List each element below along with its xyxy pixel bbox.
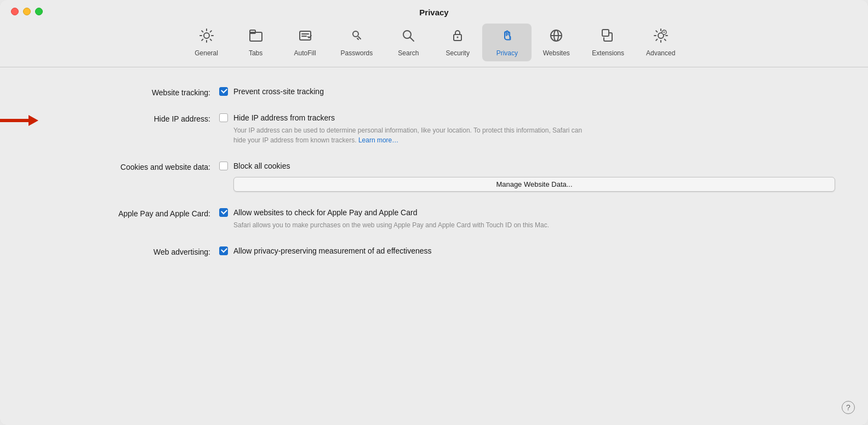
web-advertising-checkbox-row: Allow privacy-preserving measurement of …	[219, 246, 835, 255]
minimize-button[interactable]	[23, 8, 31, 15]
apple-pay-row: Apple Pay and Apple Card: Allow websites…	[33, 208, 835, 230]
web-advertising-control: Allow privacy-preserving measurement of …	[219, 246, 835, 255]
close-button[interactable]	[11, 8, 19, 15]
manage-website-data-button[interactable]: Manage Website Data...	[233, 177, 835, 192]
web-advertising-checkbox-label[interactable]: Allow privacy-preserving measurement of …	[233, 246, 432, 255]
tab-passwords-label: Passwords	[341, 49, 373, 57]
tab-extensions-label: Extensions	[592, 49, 624, 57]
cookies-label: Cookies and website data:	[33, 162, 219, 171]
scrollbar-track[interactable]	[865, 88, 868, 425]
hide-ip-checkbox-row: Hide IP address from trackers	[219, 113, 835, 122]
apple-pay-control: Allow websites to check for Apple Pay an…	[219, 208, 835, 230]
website-tracking-label: Website tracking:	[33, 87, 219, 97]
toolbar: General Tabs AutoFill	[0, 17, 868, 61]
hide-ip-control: Hide IP address from trackers Your IP ad…	[219, 113, 835, 145]
maximize-button[interactable]	[35, 8, 43, 15]
help-button[interactable]: ?	[842, 401, 855, 414]
svg-point-0	[204, 33, 209, 38]
apple-pay-label: Apple Pay and Apple Card:	[33, 208, 219, 218]
hide-ip-learn-more[interactable]: Learn more…	[358, 136, 398, 144]
websites-icon	[549, 28, 564, 47]
autofill-icon	[298, 28, 313, 47]
website-tracking-checkbox-label[interactable]: Prevent cross-site tracking	[233, 87, 324, 96]
cookies-control: Block all cookies Manage Website Data...	[219, 162, 835, 192]
tab-advanced-label: Advanced	[646, 49, 675, 57]
tab-general-label: General	[195, 49, 218, 57]
red-arrow-svg	[0, 112, 38, 129]
tab-privacy[interactable]: Privacy	[482, 24, 532, 61]
privacy-icon	[499, 28, 515, 47]
hide-ip-row: Hide IP address: Hide IP address from tr…	[33, 113, 835, 145]
security-icon	[450, 28, 465, 47]
svg-rect-15	[602, 30, 609, 36]
hide-ip-label: Hide IP address:	[33, 113, 219, 123]
tab-websites[interactable]: Websites	[532, 24, 581, 61]
tab-extensions[interactable]: Extensions	[581, 24, 635, 61]
tab-general[interactable]: General	[182, 24, 231, 61]
website-tracking-checkbox-row: Prevent cross-site tracking	[219, 87, 835, 96]
svg-line-7	[357, 38, 358, 39]
passwords-icon	[349, 28, 364, 47]
tab-search-label: Search	[398, 49, 419, 57]
tab-tabs[interactable]: Tabs	[231, 24, 281, 61]
apple-pay-checkbox-label[interactable]: Allow websites to check for Apple Pay an…	[233, 208, 417, 217]
web-advertising-checkbox[interactable]	[219, 246, 228, 255]
svg-marker-19	[28, 115, 38, 126]
cookies-checkbox-row: Block all cookies	[219, 162, 835, 170]
apple-pay-checkbox[interactable]	[219, 208, 228, 217]
hide-ip-checkbox[interactable]	[219, 113, 228, 122]
tab-passwords[interactable]: Passwords	[330, 24, 384, 61]
titlebar: Privacy	[0, 0, 868, 17]
hide-ip-checkbox-label[interactable]: Hide IP address from trackers	[233, 113, 335, 122]
tab-advanced[interactable]: Advanced	[635, 24, 686, 61]
website-tracking-checkbox[interactable]	[219, 87, 228, 96]
tab-search[interactable]: Search	[384, 24, 433, 61]
content-area: Website tracking: Prevent cross-site tra…	[0, 67, 868, 425]
block-all-cookies-label[interactable]: Block all cookies	[233, 162, 290, 170]
website-tracking-control: Prevent cross-site tracking	[219, 87, 835, 96]
web-advertising-row: Web advertising: Allow privacy-preservin…	[33, 246, 835, 256]
tabs-icon	[248, 28, 264, 47]
tab-security[interactable]: Security	[433, 24, 482, 61]
apple-pay-checkbox-row: Allow websites to check for Apple Pay an…	[219, 208, 835, 217]
advanced-icon	[653, 28, 669, 47]
main-window: Privacy General Tabs	[0, 0, 868, 425]
extensions-icon	[601, 28, 616, 47]
window-title: Privacy	[419, 8, 448, 17]
general-icon	[199, 28, 214, 47]
tab-security-label: Security	[446, 49, 470, 57]
tab-privacy-label: Privacy	[496, 49, 518, 57]
svg-point-6	[353, 31, 358, 37]
svg-line-9	[410, 38, 414, 42]
tab-tabs-label: Tabs	[249, 49, 262, 57]
block-all-cookies-checkbox[interactable]	[219, 162, 228, 170]
tab-websites-label: Websites	[543, 49, 570, 57]
search-icon	[401, 28, 416, 47]
hide-ip-description: Your IP address can be used to determine…	[233, 125, 584, 145]
web-advertising-label: Web advertising:	[33, 246, 219, 256]
tab-autofill-label: AutoFill	[294, 49, 316, 57]
apple-pay-description: Safari allows you to make purchases on t…	[233, 220, 584, 230]
arrow-indicator	[0, 112, 38, 129]
website-tracking-row: Website tracking: Prevent cross-site tra…	[33, 87, 835, 97]
traffic-lights	[11, 8, 43, 15]
cookies-row: Cookies and website data: Block all cook…	[33, 162, 835, 192]
tab-autofill[interactable]: AutoFill	[281, 24, 330, 61]
svg-point-11	[457, 37, 459, 38]
